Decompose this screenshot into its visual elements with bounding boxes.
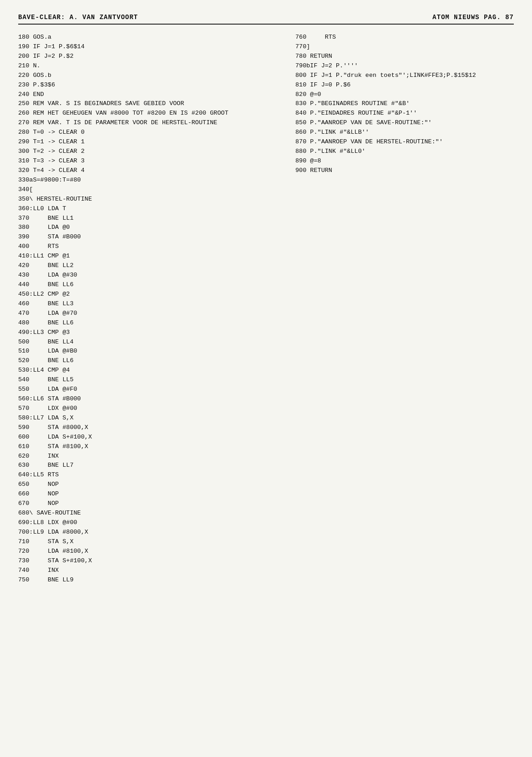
left-line-57: 750 BNE LL9 (18, 575, 291, 585)
right-line-52: 890 @=8 (295, 156, 514, 166)
left-line-6: 240 END (18, 90, 291, 100)
right-line-53: 900 RETURN (295, 166, 514, 176)
left-line-11: 290 T=1 -> CLEAR 1 (18, 137, 291, 147)
left-line-16: 340[ (18, 185, 291, 195)
left-line-35: 530:LL4 CMP @4 (18, 366, 291, 375)
right-line-39: 760 RTS (295, 33, 514, 42)
left-line-27: 450:LL2 CMP @2 (18, 290, 291, 299)
left-line-37: 550 LDA @#F0 (18, 385, 291, 394)
right-line-46: 830 P."BEGINADRES ROUTINE #"&B' (295, 99, 514, 109)
left-line-54: 720 LDA #8100,X (18, 547, 291, 556)
left-line-4: 220 GOS.b (18, 71, 291, 81)
right-line-41: 780 RETURN (295, 52, 514, 61)
left-line-50: 680\ SAVE-ROUTINE (18, 509, 291, 518)
left-line-17: 350\ HERSTEL-ROUTINE (18, 195, 291, 204)
left-line-42: 600 LDA S+#100,X (18, 433, 291, 442)
left-line-12: 300 T=2 -> CLEAR 2 (18, 147, 291, 156)
left-line-10: 280 T=0 -> CLEAR 0 (18, 128, 291, 137)
left-line-44: 620 INX (18, 452, 291, 461)
left-line-49: 670 NOP (18, 499, 291, 509)
left-line-46: 640:LL5 RTS (18, 470, 291, 480)
right-line-49: 860 P."LINK #"&LLB'' (295, 128, 514, 137)
left-line-48: 660 NOP (18, 490, 291, 499)
left-line-7: 250 REM VAR. S IS BEGINADRES SAVE GEBIED… (18, 99, 291, 109)
left-line-52: 700:LL9 LDA #8000,X (18, 528, 291, 537)
left-line-26: 440 BNE LL6 (18, 280, 291, 290)
header-page: ATOM NIEUWS PAG. 87 (432, 14, 514, 21)
right-line-47: 840 P."EINDADRES ROUTINE #"&P-1'' (295, 109, 514, 118)
left-line-43: 610 STA #8100,X (18, 442, 291, 452)
left-line-41: 590 STA #8000,X (18, 423, 291, 433)
left-line-31: 490:LL3 CMP @3 (18, 328, 291, 338)
left-line-33: 510 LDA @#B0 (18, 347, 291, 356)
left-line-56: 740 INX (18, 566, 291, 575)
page-header: BAVE-CLEAR: A. VAN ZANTVOORT ATOM NIEUWS… (18, 14, 514, 25)
left-line-13: 310 T=3 -> CLEAR 3 (18, 156, 291, 166)
left-line-1: 190 IF J=1 P.$6$14 (18, 42, 291, 52)
left-line-38: 560:LL6 STA #B000 (18, 394, 291, 404)
left-line-22: 400 RTS (18, 242, 291, 252)
left-line-36: 540 BNE LL5 (18, 375, 291, 385)
left-line-30: 480 BNE LL6 (18, 318, 291, 328)
left-line-47: 650 NOP (18, 480, 291, 490)
right-line-51: 880 P."LINK #"&LL0' (295, 147, 514, 156)
right-line-45: 820 @=0 (295, 90, 514, 100)
right-line-43: 800 IF J=1 P."druk een toets"';LINK#FFE3… (295, 71, 514, 81)
right-line-48: 850 P."AANROEP VAN DE SAVE-ROUTINE:"' (295, 118, 514, 128)
left-line-21: 390 STA #B000 (18, 232, 291, 242)
left-line-45: 630 BNE LL7 (18, 461, 291, 470)
left-line-15: 330aS=#9800:T=#80 (18, 176, 291, 185)
right-line-50: 870 P."AANROEP VAN DE HERSTEL-ROUTINE:"' (295, 137, 514, 147)
code-column-left: 180 GOS.a190 IF J=1 P.$6$14200 IF J=2 P.… (18, 33, 291, 585)
left-line-5: 230 P.$3$6 (18, 81, 291, 90)
left-line-55: 730 STA S+#100,X (18, 556, 291, 566)
left-line-2: 200 IF J=2 P.$2 (18, 52, 291, 61)
left-line-0: 180 GOS.a (18, 33, 291, 42)
left-line-32: 500 BNE LL4 (18, 338, 291, 347)
right-line-40: 770] (295, 42, 514, 52)
left-line-23: 410:LL1 CMP @1 (18, 252, 291, 261)
left-line-8: 260 REM HET GEHEUGEN VAN #8000 TOT #8200… (18, 109, 291, 118)
code-column-right: 760 RTS770]780 RETURN790bIF J=2 P.''''80… (291, 33, 514, 585)
left-line-19: 370 BNE LL1 (18, 214, 291, 223)
left-line-29: 470 LDA @#70 (18, 309, 291, 318)
right-line-42: 790bIF J=2 P.'''' (295, 61, 514, 71)
left-line-24: 420 BNE LL2 (18, 261, 291, 271)
left-line-14: 320 T=4 -> CLEAR 4 (18, 166, 291, 176)
left-line-18: 360:LL0 LDA T (18, 204, 291, 214)
left-line-39: 570 LDX @#00 (18, 404, 291, 414)
left-line-9: 270 REM VAR. T IS DE PARAMETER VOOR DE H… (18, 118, 291, 128)
left-line-28: 460 BNE LL3 (18, 299, 291, 309)
left-line-3: 210 N. (18, 61, 291, 71)
left-line-25: 430 LDA @#30 (18, 271, 291, 280)
left-line-53: 710 STA S,X (18, 537, 291, 547)
left-line-40: 580:LL7 LDA S,X (18, 414, 291, 423)
left-line-34: 520 BNE LL6 (18, 356, 291, 366)
header-title: BAVE-CLEAR: A. VAN ZANTVOORT (18, 14, 138, 21)
code-area: 180 GOS.a190 IF J=1 P.$6$14200 IF J=2 P.… (18, 33, 514, 585)
left-line-20: 380 LDA @0 (18, 223, 291, 232)
right-line-44: 810 IF J=0 P.$6 (295, 81, 514, 90)
left-line-51: 690:LL8 LDX @#00 (18, 518, 291, 528)
